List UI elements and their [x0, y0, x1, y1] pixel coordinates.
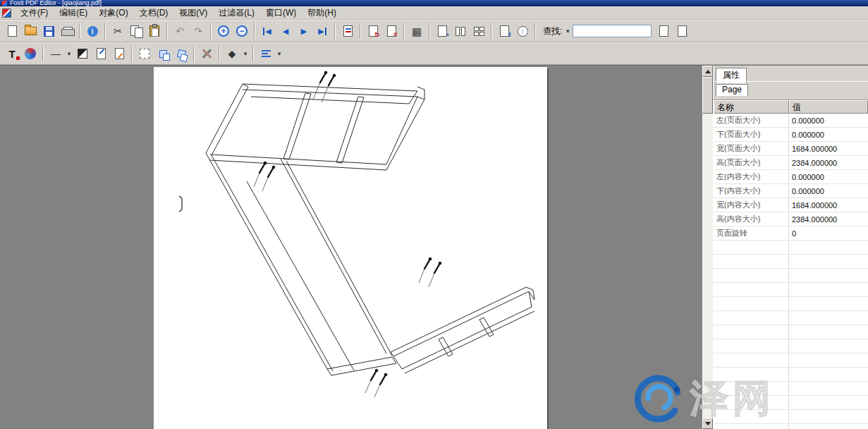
- line-width-dropdown[interactable]: ▾: [65, 47, 73, 60]
- attachments-icon: ↑: [678, 25, 687, 37]
- property-row[interactable]: 高(页面大小) 2384.000000: [714, 156, 868, 170]
- menu-item[interactable]: 文件(F): [15, 6, 54, 20]
- toolbar-separator: [534, 23, 536, 39]
- first-page-button[interactable]: ◀: [258, 23, 276, 40]
- property-value[interactable]: 2384.000000: [789, 215, 868, 224]
- two-page-view-button[interactable]: [451, 23, 470, 40]
- previous-page-button[interactable]: ◀: [276, 23, 295, 40]
- color-picker-button[interactable]: [21, 45, 39, 62]
- page-preview-button[interactable]: ▪: [433, 23, 451, 40]
- property-value[interactable]: 1684.000000: [789, 201, 868, 210]
- about-button[interactable]: i: [83, 23, 102, 40]
- find-label: 查找:: [543, 25, 562, 37]
- vertical-scrollbar[interactable]: [702, 66, 713, 429]
- property-value[interactable]: 0: [789, 229, 868, 238]
- page-layout-button[interactable]: [338, 23, 357, 40]
- fill-style-button[interactable]: [73, 45, 92, 62]
- upload-button[interactable]: ↑: [513, 23, 532, 40]
- undo-button[interactable]: ↶: [171, 23, 189, 40]
- text-tool-button[interactable]: T: [3, 45, 21, 62]
- zoom-out-button[interactable]: −: [233, 23, 251, 40]
- edit-form-button[interactable]: [110, 45, 128, 62]
- find-dropdown-button[interactable]: ▾: [563, 25, 572, 37]
- menu-item[interactable]: 视图(V): [173, 6, 213, 20]
- menu-item[interactable]: 对象(O): [93, 6, 133, 20]
- scrollbar-track[interactable]: [702, 114, 713, 418]
- info-icon: i: [87, 26, 98, 37]
- print-button[interactable]: [58, 23, 76, 40]
- next-page-button[interactable]: ▶: [295, 23, 313, 40]
- attachments-button[interactable]: ↑: [673, 23, 691, 40]
- thumbnail-grid-button[interactable]: ▦: [408, 23, 426, 40]
- property-row[interactable]: 左(页面大小) 0.000000: [714, 114, 868, 128]
- zoom-in-button[interactable]: +: [214, 23, 233, 40]
- save-floppy-icon: [44, 26, 54, 37]
- property-row[interactable]: 页面旋转 0: [714, 226, 868, 241]
- transform-rotate-button[interactable]: [172, 45, 190, 62]
- panel-tab-page[interactable]: Page: [716, 84, 748, 96]
- property-row[interactable]: 宽(页面大小) 1684.000000: [714, 142, 868, 156]
- new-document-button[interactable]: [3, 23, 21, 40]
- property-value[interactable]: 0.000000: [789, 173, 868, 181]
- node-edit-dropdown[interactable]: ▾: [241, 47, 250, 60]
- property-name: 左(页面大小): [714, 114, 789, 127]
- zoom-in-icon: +: [218, 25, 229, 37]
- property-row[interactable]: 高(内容大小) 2384.000000: [714, 212, 868, 226]
- property-row[interactable]: 左(内容大小) 0.000000: [714, 170, 868, 184]
- paste-button[interactable]: [145, 23, 164, 40]
- delete-page-icon: ✕: [387, 25, 396, 37]
- column-header-name[interactable]: 名称: [714, 100, 789, 114]
- node-edit-button[interactable]: ◆: [223, 45, 241, 62]
- last-page-button[interactable]: ▶: [313, 23, 331, 40]
- scroll-up-button[interactable]: [702, 66, 713, 77]
- copy-button[interactable]: [127, 23, 145, 40]
- tools-button[interactable]: [197, 45, 216, 62]
- select-object-button[interactable]: [135, 45, 154, 62]
- last-page-icon: ▶: [318, 28, 326, 35]
- line-width-button[interactable]: —: [47, 45, 65, 62]
- document-properties-button[interactable]: [654, 23, 673, 40]
- transform-button[interactable]: [154, 45, 172, 62]
- scroll-down-button[interactable]: [702, 418, 713, 429]
- save-button[interactable]: [39, 23, 58, 40]
- printer-icon: [61, 27, 73, 36]
- edit-object-button[interactable]: [92, 45, 110, 62]
- previous-page-icon: ◀: [283, 28, 288, 35]
- find-input[interactable]: [573, 25, 652, 37]
- node-icon: ◆: [228, 49, 236, 59]
- line-width-icon: —: [51, 49, 61, 59]
- column-header-value[interactable]: 值: [789, 100, 868, 114]
- rotate-page-button[interactable]: ↻: [364, 23, 382, 40]
- delete-page-button[interactable]: ✕: [382, 23, 401, 40]
- menu-item[interactable]: 帮助(H): [302, 6, 342, 20]
- toolbar-separator: [210, 23, 212, 39]
- property-value[interactable]: 1684.000000: [789, 145, 868, 153]
- application-window: Foxit PDF Editor - [qiaojiang.pdf] 文件(F)…: [0, 0, 868, 429]
- property-row[interactable]: 下(内容大小) 0.000000: [714, 184, 868, 198]
- align-dropdown[interactable]: ▾: [275, 47, 283, 60]
- property-row[interactable]: 下(页面大小) 0.000000: [714, 128, 868, 142]
- cut-button[interactable]: ✂: [109, 23, 127, 40]
- menu-item[interactable]: 窗口(W): [260, 6, 302, 20]
- open-button[interactable]: [21, 23, 39, 40]
- property-value[interactable]: 0.000000: [789, 116, 868, 125]
- extract-text-button[interactable]: t: [495, 23, 513, 40]
- pdf-page[interactable]: [154, 67, 547, 429]
- property-value[interactable]: 2384.000000: [789, 159, 868, 167]
- menu-item[interactable]: 过滤器(L): [213, 6, 260, 20]
- align-button[interactable]: [257, 45, 275, 62]
- property-value[interactable]: 0.000000: [789, 131, 868, 139]
- property-name: 高(页面大小): [714, 156, 789, 169]
- property-row[interactable]: 宽(内容大小) 1684.000000: [714, 198, 868, 212]
- redo-button[interactable]: ↷: [189, 23, 207, 40]
- four-page-view-button[interactable]: [470, 23, 488, 40]
- document-canvas[interactable]: [0, 66, 702, 429]
- menu-item[interactable]: 编辑(E): [54, 6, 93, 20]
- zoom-out-icon: −: [236, 25, 247, 37]
- menu-item[interactable]: 文档(D): [134, 6, 174, 20]
- copy-icon: [130, 25, 142, 37]
- scrollbar-thumb[interactable]: [702, 77, 713, 114]
- next-page-icon: ▶: [301, 28, 307, 35]
- property-value[interactable]: 0.000000: [789, 187, 868, 195]
- select-rect-icon: [140, 49, 149, 59]
